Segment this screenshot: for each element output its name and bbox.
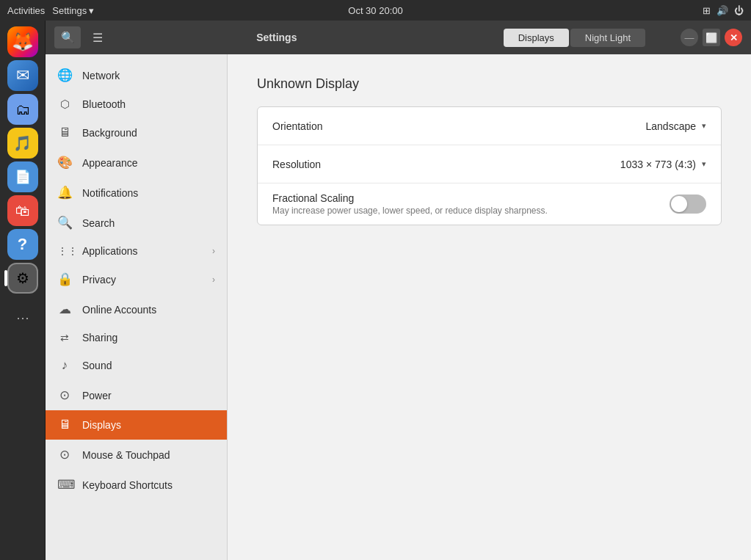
power-tray-icon[interactable]: ⏻ — [734, 5, 744, 16]
appearance-icon: 🎨 — [57, 155, 72, 170]
sidebar-label-mouse-touchpad: Mouse & Touchpad — [82, 449, 170, 461]
volume-tray-icon[interactable]: 🔊 — [716, 5, 728, 16]
notifications-icon: 🔔 — [57, 185, 72, 200]
sidebar-item-sound[interactable]: ♪ Sound — [46, 351, 227, 380]
display-settings-card: Orientation Landscape ▾ Resolution 1033 … — [257, 106, 722, 225]
minimize-button[interactable]: — — [681, 29, 698, 46]
sidebar-label-online-accounts: Online Accounts — [82, 304, 156, 316]
window-title: Settings — [56, 32, 498, 43]
sidebar-item-power[interactable]: ⊙ Power — [46, 380, 227, 410]
sidebar-label-power: Power — [82, 390, 112, 401]
dock-writer[interactable]: 📄 — [7, 161, 38, 192]
system-bar: Activities Settings ▾ Oct 30 20:00 ⊞ 🔊 ⏻ — [0, 0, 751, 21]
sidebar-label-applications: Applications — [82, 245, 138, 257]
network-icon: 🌐 — [57, 68, 72, 83]
toggle-knob — [671, 196, 687, 212]
keyboard-icon: ⌨ — [57, 477, 72, 492]
system-tray: ⊞ 🔊 ⏻ — [703, 5, 744, 16]
sidebar-label-notifications: Notifications — [82, 187, 138, 199]
close-button[interactable]: ✕ — [725, 29, 742, 46]
sidebar-label-displays: Displays — [82, 419, 121, 431]
tab-bar: Displays Night Light — [504, 29, 645, 47]
window-controls: — ⬜ ✕ — [681, 29, 742, 46]
mouse-icon: ⊙ — [57, 447, 72, 462]
orientation-label: Orientation — [272, 120, 645, 132]
settings-window: 🔍 ☰ Settings Displays Night Light — ⬜ ✕ … — [46, 21, 751, 560]
fractional-scaling-row: Fractional Scaling May increase power us… — [258, 183, 721, 225]
sidebar-label-keyboard-shortcuts: Keyboard Shortcuts — [82, 479, 173, 491]
applications-chevron: › — [212, 246, 215, 256]
sidebar-item-sharing[interactable]: ⇄ Sharing — [46, 324, 227, 351]
sidebar-item-bluetooth[interactable]: ⬡ Bluetooth — [46, 90, 227, 118]
sidebar-label-bluetooth: Bluetooth — [82, 98, 126, 110]
maximize-button[interactable]: ⬜ — [703, 29, 720, 46]
search-sidebar-icon: 🔍 — [57, 215, 72, 230]
displays-tab[interactable]: Displays — [504, 29, 569, 47]
orientation-dropdown[interactable]: Landscape ▾ — [645, 120, 706, 132]
sidebar: 🌐 Network ⬡ Bluetooth 🖥 Background 🎨 App… — [46, 54, 228, 560]
power-icon: ⊙ — [57, 388, 72, 403]
sidebar-label-appearance: Appearance — [82, 157, 138, 169]
sidebar-item-mouse-touchpad[interactable]: ⊙ Mouse & Touchpad — [46, 440, 227, 470]
resolution-row: Resolution 1033 × 773 (4:3) ▾ — [258, 145, 721, 183]
displays-icon: 🖥 — [57, 418, 72, 432]
titlebar: 🔍 ☰ Settings Displays Night Light — ⬜ ✕ — [46, 21, 751, 54]
orientation-row: Orientation Landscape ▾ — [258, 107, 721, 145]
sidebar-item-online-accounts[interactable]: ☁ Online Accounts — [46, 294, 227, 324]
sidebar-item-applications[interactable]: ⋮⋮ Applications › — [46, 238, 227, 264]
dock: 🦊 ✉ 🗂 🎵 📄 🛍 ? ⚙ ⋯ — [0, 21, 46, 560]
fractional-scaling-label: Fractional Scaling — [272, 192, 670, 204]
sidebar-item-background[interactable]: 🖥 Background — [46, 118, 227, 148]
content-area: 🌐 Network ⬡ Bluetooth 🖥 Background 🎨 App… — [46, 54, 751, 560]
night-light-tab[interactable]: Night Light — [570, 29, 645, 47]
sidebar-item-network[interactable]: 🌐 Network — [46, 60, 227, 90]
resolution-arrow: ▾ — [702, 159, 706, 169]
settings-menu-button[interactable]: Settings ▾ — [52, 5, 94, 16]
bluetooth-icon: ⬡ — [57, 98, 72, 111]
sidebar-item-privacy[interactable]: 🔒 Privacy › — [46, 264, 227, 294]
dock-firefox[interactable]: 🦊 — [7, 26, 38, 57]
display-section-title: Unknown Display — [257, 76, 722, 92]
activities-button[interactable]: Activities — [7, 5, 45, 16]
dock-appstore[interactable]: 🛍 — [7, 195, 38, 226]
resolution-label: Resolution — [272, 159, 620, 170]
fractional-scaling-toggle[interactable] — [670, 194, 706, 214]
privacy-chevron: › — [212, 274, 215, 285]
sidebar-item-search[interactable]: 🔍 Search — [46, 208, 227, 238]
orientation-value: Landscape — [645, 120, 696, 132]
dock-help[interactable]: ? — [7, 229, 38, 260]
online-accounts-icon: ☁ — [57, 302, 72, 317]
resolution-value: 1033 × 773 (4:3) — [620, 159, 696, 170]
sidebar-label-sharing: Sharing — [82, 332, 117, 343]
dock-mail[interactable]: ✉ — [7, 60, 38, 91]
sidebar-item-displays[interactable]: 🖥 Displays — [46, 410, 227, 440]
dock-app-grid[interactable]: ⋯ — [7, 302, 38, 333]
sidebar-item-keyboard-shortcuts[interactable]: ⌨ Keyboard Shortcuts — [46, 470, 227, 500]
sound-icon: ♪ — [57, 358, 72, 373]
sidebar-label-network: Network — [82, 70, 120, 81]
dock-files[interactable]: 🗂 — [7, 94, 38, 125]
dock-rhythmbox[interactable]: 🎵 — [7, 128, 38, 159]
main-panel: Unknown Display Orientation Landscape ▾ … — [228, 54, 751, 560]
network-tray-icon[interactable]: ⊞ — [703, 5, 711, 16]
dock-settings[interactable]: ⚙ — [7, 263, 38, 294]
sidebar-label-search: Search — [82, 217, 115, 229]
applications-icon: ⋮⋮ — [57, 245, 72, 257]
sidebar-item-notifications[interactable]: 🔔 Notifications — [46, 178, 227, 208]
sidebar-label-privacy: Privacy — [82, 274, 116, 286]
app-container: 🦊 ✉ 🗂 🎵 📄 🛍 ? ⚙ ⋯ 🔍 ☰ S — [0, 21, 751, 560]
orientation-arrow: ▾ — [702, 121, 706, 131]
background-icon: 🖥 — [57, 126, 72, 140]
fractional-scaling-sublabel: May increase power usage, lower speed, o… — [272, 206, 670, 216]
privacy-icon: 🔒 — [57, 272, 72, 287]
datetime-display: Oct 30 20:00 — [348, 5, 402, 16]
resolution-dropdown[interactable]: 1033 × 773 (4:3) ▾ — [620, 159, 706, 170]
sidebar-item-appearance[interactable]: 🎨 Appearance — [46, 148, 227, 178]
sharing-icon: ⇄ — [57, 332, 72, 343]
sidebar-label-background: Background — [82, 127, 137, 139]
sidebar-label-sound: Sound — [82, 360, 112, 371]
